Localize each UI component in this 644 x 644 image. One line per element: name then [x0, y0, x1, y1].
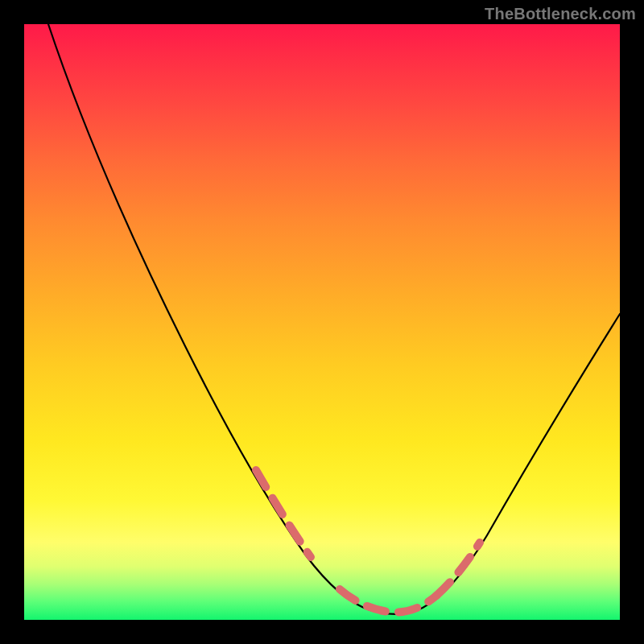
bottleneck-curve-svg: [24, 24, 620, 620]
chart-plot-area: [24, 24, 620, 620]
bottleneck-curve: [48, 24, 620, 614]
accent-dash-right: [436, 543, 480, 596]
watermark: TheBottleneck.com: [485, 5, 636, 23]
accent-dash-left: [256, 470, 311, 557]
